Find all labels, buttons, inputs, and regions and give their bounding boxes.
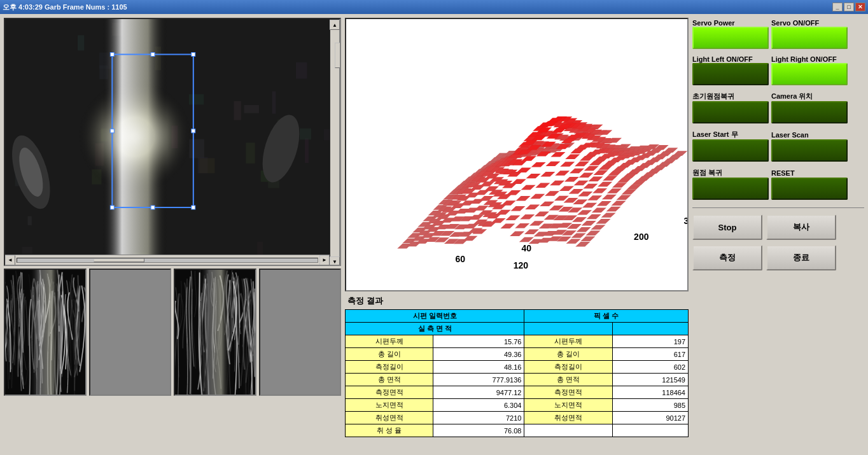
maximize-button[interactable]: □ <box>844 3 854 11</box>
laser-scan-label: Laser Scan <box>771 131 848 139</box>
val-brittle-rate: 76.08 <box>433 424 524 437</box>
label-brittle-rate: 취 성 율 <box>346 424 433 437</box>
label-measure-area2: 측정면적 <box>524 386 612 399</box>
thumbnail-3-gray <box>260 270 340 395</box>
center-panel: 측정 결과 시편 일력번호 픽 셀 수 실 측 면 적 시편두께 15.76 시… <box>345 18 689 451</box>
light-right-label: Light Right ON/OFF <box>771 55 848 63</box>
origin-btn-row <box>692 101 864 123</box>
separator <box>692 207 864 208</box>
scroll-left-button[interactable]: ◄ <box>5 255 15 265</box>
val-measure-length2: 602 <box>612 361 688 374</box>
label-brittle-area2: 취성면적 <box>524 412 612 424</box>
label-specimen-thickness: 시편두께 <box>346 335 433 348</box>
reset-btn-row <box>692 178 864 200</box>
camera-view-wrapper: ▲ ▼ ◄ ► <box>4 18 341 266</box>
chart-3d <box>345 18 689 291</box>
results-area: 측정 결과 시편 일력번호 픽 셀 수 실 측 면 적 시편두께 15.76 시… <box>345 295 689 451</box>
label-measure-area: 측정면적 <box>346 386 433 399</box>
initial-origin-button[interactable] <box>692 101 769 123</box>
val-total-length2: 617 <box>612 348 688 361</box>
minimize-button[interactable]: _ <box>832 3 843 11</box>
measure-end-row: 측정 종료 <box>692 245 864 270</box>
chart-canvas <box>346 19 687 290</box>
results-table: 시편 일력번호 픽 셀 수 실 측 면 적 시편두께 15.76 시편두께 19… <box>345 309 689 437</box>
measure-button[interactable]: 측정 <box>692 245 762 270</box>
origin-label-row: 초기원점복귀 Camera 위치 <box>692 92 864 101</box>
thumbnail-strip <box>4 269 341 396</box>
light-right-button[interactable] <box>771 63 848 85</box>
vertical-scrollbar[interactable]: ▲ ▼ <box>330 19 340 266</box>
thumbnail-0[interactable] <box>4 269 87 396</box>
label-exposed-area: 노지면적 <box>346 399 433 412</box>
origin-return-button[interactable] <box>692 178 769 200</box>
servo-label-row: Servo Power Servo ON/OFF <box>692 19 864 27</box>
light-btn-row <box>692 63 864 85</box>
initial-origin-label: 초기원점복귀 <box>692 92 769 101</box>
camera-pos-button[interactable] <box>771 101 848 123</box>
light-left-button[interactable] <box>692 63 769 85</box>
main-content: ▲ ▼ ◄ ► <box>0 14 868 455</box>
val-brittle-rate2 <box>524 424 612 437</box>
val-measure-area: 9477.12 <box>433 386 524 399</box>
laser-start-button[interactable] <box>692 139 769 162</box>
servo-onoff-label: Servo ON/OFF <box>771 19 848 27</box>
laser-label-row: Laser Start 무 Laser Scan <box>692 130 864 139</box>
scroll-down-button[interactable]: ▼ <box>330 256 340 266</box>
thumbnail-1[interactable] <box>89 269 172 396</box>
label-specimen-thickness2: 시편두께 <box>524 335 612 348</box>
label-brittle-area: 취성면적 <box>346 412 433 424</box>
val-brittle-rate3 <box>612 424 688 437</box>
thumbnail-2[interactable] <box>174 269 256 396</box>
light-left-label: Light Left ON/OFF <box>692 55 769 63</box>
servo-section: Servo Power Servo ON/OFF <box>692 19 864 49</box>
scroll-up-button[interactable]: ▲ <box>330 20 340 30</box>
scroll-right-button[interactable]: ► <box>319 255 330 265</box>
reset-button[interactable] <box>771 178 848 200</box>
light-section: Light Left ON/OFF Light Right ON/OFF <box>692 55 864 85</box>
origin-return-label: 원점 복귀 <box>692 168 769 178</box>
val-measure-area2: 118464 <box>612 386 688 399</box>
laser-scan-button[interactable] <box>771 139 848 162</box>
val-total-area2: 121549 <box>612 374 688 386</box>
val-exposed-area2: 985 <box>612 399 688 412</box>
copy-button[interactable]: 복사 <box>766 214 836 240</box>
light-label-row: Light Left ON/OFF Light Right ON/OFF <box>692 55 864 63</box>
label-total-area: 총 면적 <box>346 374 433 386</box>
val-measure-length: 48.16 <box>433 361 524 374</box>
camera-view: ▲ ▼ ◄ ► <box>4 18 341 266</box>
stop-button[interactable]: Stop <box>692 214 762 240</box>
header-pixel-count: 픽 셀 수 <box>524 310 689 323</box>
val-exposed-area: 6.304 <box>433 399 524 412</box>
title-text: 오후 4:03:29 Garb Frame Nums : 1105 <box>3 3 127 12</box>
thumbnail-3[interactable] <box>259 269 342 396</box>
laser-btn-row <box>692 139 864 162</box>
laser-start-label: Laser Start 무 <box>692 130 769 139</box>
val-total-length: 49.36 <box>433 348 524 361</box>
val-specimen-thickness: 15.76 <box>433 335 524 348</box>
label-total-length2: 총 길이 <box>524 348 612 361</box>
camera-pos-label: Camera 위치 <box>771 92 848 101</box>
servo-power-label: Servo Power <box>692 19 769 27</box>
val-specimen-thickness2: 197 <box>612 335 688 348</box>
horizontal-scrollbar[interactable]: ◄ ► <box>5 255 330 265</box>
reset-label: RESET <box>771 169 848 177</box>
header-blank1 <box>524 323 612 335</box>
header-specimen-id: 시편 일력번호 <box>346 310 524 323</box>
thumbnail-1-gray <box>90 270 171 395</box>
close-button[interactable]: ✕ <box>855 3 865 11</box>
label-total-length: 총 길이 <box>346 348 433 361</box>
stop-copy-row: Stop 복사 <box>692 214 864 240</box>
title-bar-buttons[interactable]: _ □ ✕ <box>832 3 865 11</box>
servo-btn-row <box>692 27 864 49</box>
results-title: 측정 결과 <box>345 295 689 307</box>
label-total-area2: 총 면적 <box>524 374 612 386</box>
end-button[interactable]: 종료 <box>766 245 836 270</box>
camera-image-area <box>5 19 330 255</box>
label-measure-length2: 측정길이 <box>524 361 612 374</box>
origin-section: 초기원점복귀 Camera 위치 <box>692 92 864 123</box>
servo-power-button[interactable] <box>692 27 769 49</box>
servo-onoff-button[interactable] <box>771 27 848 49</box>
header-real-area: 실 측 면 적 <box>346 323 524 335</box>
right-panel: Servo Power Servo ON/OFF Light Left ON/O… <box>692 18 864 451</box>
val-total-area: 777.9136 <box>433 374 524 386</box>
